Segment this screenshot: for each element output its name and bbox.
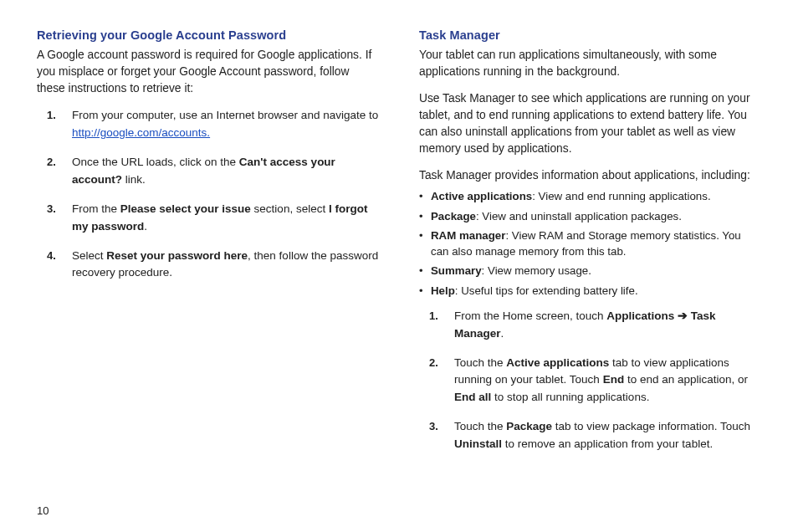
label: Help [431,284,455,297]
accounts-link[interactable]: http://google.com/accounts. [72,126,210,139]
text: to remove an application from your table… [502,437,713,450]
left-column: Retrieving your Google Account Password … [37,28,379,494]
left-intro: A Google account password is required fo… [37,47,379,97]
right-step-1: From the Home screen, touch Applications… [429,308,761,343]
text: Select [72,249,106,262]
right-para-1: Your tablet can run applications simulta… [419,47,761,80]
applications-label: Applications [606,309,674,322]
text: : View memory usage. [482,264,591,277]
left-step-2: Once the URL loads, click on the Can't a… [47,154,379,189]
package-label: Package [506,420,552,432]
left-step-3: From the Please select your issue sectio… [47,201,379,236]
left-steps: From your computer, use an Internet brow… [37,107,379,282]
text: section, select [251,202,329,215]
end-all-label: End all [454,391,491,403]
right-steps: From the Home screen, touch Applications… [419,308,761,453]
text: : Useful tips for extending battery life… [455,284,638,297]
label: Package [431,210,476,223]
page-number: 10 [37,494,761,517]
right-para-2: Use Task Manager to see which applicatio… [419,90,761,157]
text: . [144,220,147,233]
reset-password-label: Reset your password here [106,249,248,262]
label: Summary [431,264,482,277]
text: From the Home screen, touch [454,309,606,322]
text: Once the URL loads, click on the [72,156,239,168]
manual-page: Retrieving your Google Account Password … [0,0,798,532]
text: tab to view package information. Touch [552,420,750,432]
uninstall-label: Uninstall [454,437,502,450]
content-columns: Retrieving your Google Account Password … [37,28,761,494]
end-label: End [603,373,625,386]
label: Active applications [431,190,532,202]
text: From your computer, use an Internet brow… [72,109,378,121]
right-heading: Task Manager [419,28,761,42]
arrow-icon: ➔ [674,309,691,322]
left-step-1: From your computer, use an Internet brow… [47,107,379,142]
feature-bullets: Active applications: View and end runnin… [419,189,761,299]
left-step-4: Select Reset your password here, then fo… [47,248,379,283]
bullet-ram: RAM manager: View RAM and Storage memory… [419,228,761,259]
right-step-3: Touch the Package tab to view package in… [429,418,761,453]
text: to stop all running applications. [491,391,649,403]
label: RAM manager [431,229,505,242]
bullet-help: Help: Useful tips for extending battery … [419,284,761,299]
text: Touch the [454,420,506,432]
bullet-active-apps: Active applications: View and end runnin… [419,189,761,205]
text: : View and uninstall application package… [476,210,682,223]
text: link. [122,173,146,186]
text: to end an application, or [624,373,748,386]
text: : View and end running applications. [532,190,710,202]
text: Touch the [454,356,506,369]
select-issue-label: Please select your issue [120,202,251,215]
bullet-summary: Summary: View memory usage. [419,263,761,279]
active-apps-label: Active applications [506,356,609,369]
right-para-3: Task Manager provides information about … [419,167,761,184]
text: From the [72,202,120,215]
bullet-package: Package: View and uninstall application … [419,209,761,225]
right-column: Task Manager Your tablet can run applica… [419,28,761,494]
right-step-2: Touch the Active applications tab to vie… [429,355,761,407]
text: . [501,327,504,340]
left-heading: Retrieving your Google Account Password [37,28,379,42]
